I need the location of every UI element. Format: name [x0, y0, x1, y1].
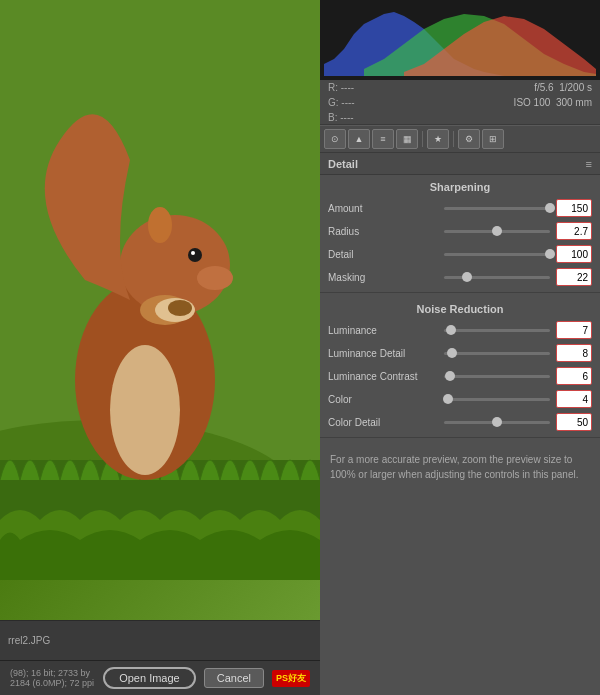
open-image-button[interactable]: Open Image — [103, 667, 196, 689]
luminance-slider-wrap — [438, 327, 556, 334]
sharpening-header: Sharpening — [320, 175, 600, 197]
luminance-contrast-label: Luminance Contrast — [328, 371, 438, 382]
luminance-row: Luminance 7 — [320, 319, 600, 341]
radius-row: Radius 2.7 — [320, 220, 600, 242]
toolbar-btn-grid2[interactable]: ⊞ — [482, 129, 504, 149]
svg-point-10 — [148, 207, 172, 243]
radius-label: Radius — [328, 226, 438, 237]
svg-point-7 — [191, 251, 195, 255]
panel-header: Detail ≡ — [320, 153, 600, 175]
amount-slider-thumb[interactable] — [545, 203, 555, 213]
luminance-contrast-slider-wrap — [438, 373, 556, 380]
detail-slider-wrap — [438, 251, 556, 258]
panel-expand-icon[interactable]: ≡ — [586, 158, 592, 170]
panel-content: Sharpening Amount 150 Radius — [320, 175, 600, 695]
amount-row: Amount 150 — [320, 197, 600, 219]
color-detail-value[interactable]: 50 — [556, 413, 592, 431]
luminance-detail-slider-thumb[interactable] — [447, 348, 457, 358]
toolbar-btn-grid[interactable]: ▦ — [396, 129, 418, 149]
photo-preview — [0, 0, 320, 620]
toolbar-separator — [422, 131, 423, 147]
luminance-detail-slider-wrap — [438, 350, 556, 357]
radius-value[interactable]: 2.7 — [556, 222, 592, 240]
masking-label: Masking — [328, 272, 438, 283]
image-footer: rrel2.JPG — [0, 620, 320, 660]
luminance-label: Luminance — [328, 325, 438, 336]
svg-point-8 — [197, 266, 233, 290]
ps-badge: PS好友 — [272, 670, 310, 687]
color-label: Color — [328, 394, 438, 405]
fileinfo: (98); 16 bit; 2733 by 2184 (6.0MP); 72 p… — [10, 668, 95, 688]
amount-slider-track[interactable] — [444, 207, 550, 210]
luminance-contrast-slider-thumb[interactable] — [445, 371, 455, 381]
masking-slider-thumb[interactable] — [462, 272, 472, 282]
toolbar: ⊙ ▲ ≡ ▦ ★ ⚙ ⊞ — [320, 125, 600, 153]
aperture-shutter: f/5.6 1/200 s — [534, 80, 592, 95]
right-panel: R: ---- G: ---- B: ---- f/5.6 1/200 s IS… — [320, 0, 600, 695]
toolbar-btn-lines[interactable]: ≡ — [372, 129, 394, 149]
b-value: B: ---- — [328, 110, 355, 125]
svg-point-6 — [188, 248, 202, 262]
masking-row: Masking 22 — [320, 266, 600, 288]
histogram-svg — [324, 4, 596, 76]
color-row: Color 4 — [320, 388, 600, 410]
color-detail-row: Color Detail 50 — [320, 411, 600, 433]
image-container — [0, 0, 320, 620]
filename: rrel2.JPG — [8, 635, 50, 646]
iso-focal: ISO 100 300 mm — [514, 95, 592, 110]
luminance-slider-track[interactable] — [444, 329, 550, 332]
luminance-detail-slider-track[interactable] — [444, 352, 550, 355]
bottom-bar: (98); 16 bit; 2733 by 2184 (6.0MP); 72 p… — [0, 660, 320, 695]
color-slider-wrap — [438, 396, 556, 403]
color-detail-label: Color Detail — [328, 417, 438, 428]
color-slider-track[interactable] — [444, 398, 550, 401]
toolbar-btn-triangle[interactable]: ▲ — [348, 129, 370, 149]
amount-value[interactable]: 150 — [556, 199, 592, 217]
amount-slider-wrap — [438, 205, 556, 212]
toolbar-separator-2 — [453, 131, 454, 147]
luminance-slider-thumb[interactable] — [446, 325, 456, 335]
toolbar-btn-gear[interactable]: ⚙ — [458, 129, 480, 149]
toolbar-btn-circle[interactable]: ⊙ — [324, 129, 346, 149]
masking-slider-wrap — [438, 274, 556, 281]
histogram-area — [320, 0, 600, 80]
color-detail-slider-wrap — [438, 419, 556, 426]
amount-label: Amount — [328, 203, 438, 214]
info-text: For a more accurate preview, zoom the pr… — [320, 442, 600, 488]
color-detail-slider-track[interactable] — [444, 421, 550, 424]
panel-title: Detail — [328, 158, 358, 170]
detail-label: Detail — [328, 249, 438, 260]
rgb-values: R: ---- G: ---- B: ---- — [328, 80, 355, 125]
luminance-detail-label: Luminance Detail — [328, 348, 438, 359]
svg-point-4 — [110, 345, 180, 475]
section-divider — [320, 292, 600, 293]
detail-row: Detail 100 — [320, 243, 600, 265]
luminance-contrast-slider-track[interactable] — [444, 375, 550, 378]
bottom-divider — [320, 437, 600, 438]
r-value: R: ---- — [328, 80, 355, 95]
luminance-contrast-value[interactable]: 6 — [556, 367, 592, 385]
detail-slider-track[interactable] — [444, 253, 550, 256]
luminance-detail-row: Luminance Detail 8 — [320, 342, 600, 364]
radius-slider-thumb[interactable] — [492, 226, 502, 236]
color-detail-slider-thumb[interactable] — [492, 417, 502, 427]
luminance-value[interactable]: 7 — [556, 321, 592, 339]
noise-reduction-header: Noise Reduction — [320, 297, 600, 319]
luminance-contrast-row: Luminance Contrast 6 — [320, 365, 600, 387]
cancel-button[interactable]: Cancel — [204, 668, 264, 688]
masking-value[interactable]: 22 — [556, 268, 592, 286]
camera-info: R: ---- G: ---- B: ---- f/5.6 1/200 s IS… — [320, 80, 600, 125]
detail-slider-thumb[interactable] — [545, 249, 555, 259]
squirrel-svg — [0, 0, 320, 580]
color-value[interactable]: 4 — [556, 390, 592, 408]
masking-slider-track[interactable] — [444, 276, 550, 279]
radius-slider-track[interactable] — [444, 230, 550, 233]
luminance-detail-value[interactable]: 8 — [556, 344, 592, 362]
radius-slider-wrap — [438, 228, 556, 235]
left-panel: rrel2.JPG (98); 16 bit; 2733 by 2184 (6.… — [0, 0, 320, 695]
svg-point-13 — [168, 300, 192, 316]
g-value: G: ---- — [328, 95, 355, 110]
detail-value[interactable]: 100 — [556, 245, 592, 263]
color-slider-thumb[interactable] — [443, 394, 453, 404]
toolbar-btn-star[interactable]: ★ — [427, 129, 449, 149]
